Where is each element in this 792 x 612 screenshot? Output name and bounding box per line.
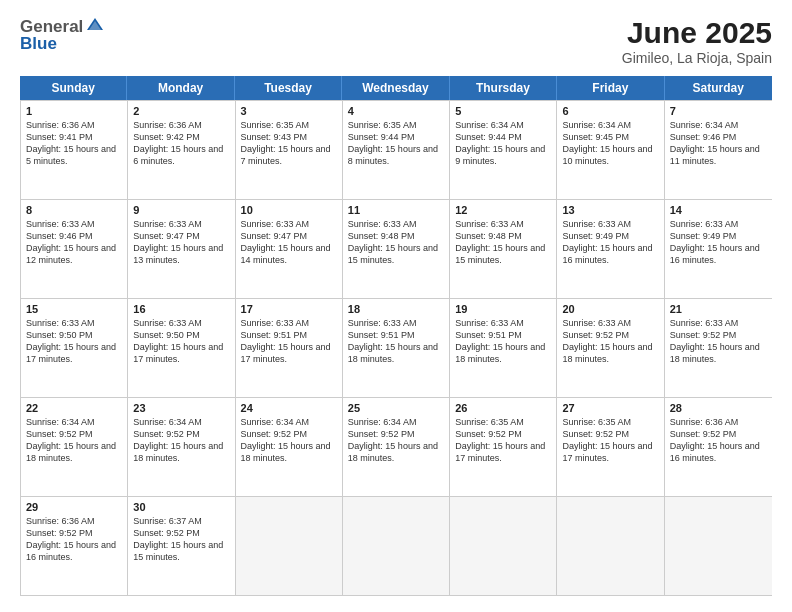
logo-icon xyxy=(85,16,105,36)
calendar-cell xyxy=(557,497,664,595)
day-info: Sunrise: 6:35 AM Sunset: 9:52 PM Dayligh… xyxy=(562,416,658,465)
day-number: 28 xyxy=(670,402,767,414)
weekday-header: Friday xyxy=(557,76,664,100)
day-number: 6 xyxy=(562,105,658,117)
day-number: 15 xyxy=(26,303,122,315)
day-info: Sunrise: 6:35 AM Sunset: 9:44 PM Dayligh… xyxy=(348,119,444,168)
day-number: 17 xyxy=(241,303,337,315)
calendar-cell: 1Sunrise: 6:36 AM Sunset: 9:41 PM Daylig… xyxy=(21,101,128,199)
calendar-cell: 15Sunrise: 6:33 AM Sunset: 9:50 PM Dayli… xyxy=(21,299,128,397)
day-info: Sunrise: 6:34 AM Sunset: 9:44 PM Dayligh… xyxy=(455,119,551,168)
day-number: 20 xyxy=(562,303,658,315)
calendar-cell: 19Sunrise: 6:33 AM Sunset: 9:51 PM Dayli… xyxy=(450,299,557,397)
day-number: 21 xyxy=(670,303,767,315)
day-number: 8 xyxy=(26,204,122,216)
weekday-header: Tuesday xyxy=(235,76,342,100)
day-info: Sunrise: 6:33 AM Sunset: 9:50 PM Dayligh… xyxy=(26,317,122,366)
calendar-cell: 17Sunrise: 6:33 AM Sunset: 9:51 PM Dayli… xyxy=(236,299,343,397)
day-info: Sunrise: 6:35 AM Sunset: 9:43 PM Dayligh… xyxy=(241,119,337,168)
location-title: Gimileo, La Rioja, Spain xyxy=(622,50,772,66)
calendar-cell: 4Sunrise: 6:35 AM Sunset: 9:44 PM Daylig… xyxy=(343,101,450,199)
calendar-cell: 8Sunrise: 6:33 AM Sunset: 9:46 PM Daylig… xyxy=(21,200,128,298)
calendar-body: 1Sunrise: 6:36 AM Sunset: 9:41 PM Daylig… xyxy=(20,100,772,596)
calendar-cell: 22Sunrise: 6:34 AM Sunset: 9:52 PM Dayli… xyxy=(21,398,128,496)
calendar-cell: 6Sunrise: 6:34 AM Sunset: 9:45 PM Daylig… xyxy=(557,101,664,199)
day-info: Sunrise: 6:33 AM Sunset: 9:48 PM Dayligh… xyxy=(455,218,551,267)
day-number: 16 xyxy=(133,303,229,315)
calendar-cell: 9Sunrise: 6:33 AM Sunset: 9:47 PM Daylig… xyxy=(128,200,235,298)
calendar-cell: 12Sunrise: 6:33 AM Sunset: 9:48 PM Dayli… xyxy=(450,200,557,298)
day-number: 12 xyxy=(455,204,551,216)
calendar-week: 15Sunrise: 6:33 AM Sunset: 9:50 PM Dayli… xyxy=(21,298,772,397)
day-number: 29 xyxy=(26,501,122,513)
day-info: Sunrise: 6:37 AM Sunset: 9:52 PM Dayligh… xyxy=(133,515,229,564)
day-info: Sunrise: 6:36 AM Sunset: 9:41 PM Dayligh… xyxy=(26,119,122,168)
page: General Blue June 2025 Gimileo, La Rioja… xyxy=(0,0,792,612)
calendar-cell xyxy=(236,497,343,595)
title-block: June 2025 Gimileo, La Rioja, Spain xyxy=(622,16,772,66)
calendar-cell: 11Sunrise: 6:33 AM Sunset: 9:48 PM Dayli… xyxy=(343,200,450,298)
month-title: June 2025 xyxy=(622,16,772,50)
day-info: Sunrise: 6:35 AM Sunset: 9:52 PM Dayligh… xyxy=(455,416,551,465)
day-info: Sunrise: 6:33 AM Sunset: 9:47 PM Dayligh… xyxy=(133,218,229,267)
calendar-cell: 7Sunrise: 6:34 AM Sunset: 9:46 PM Daylig… xyxy=(665,101,772,199)
day-info: Sunrise: 6:33 AM Sunset: 9:51 PM Dayligh… xyxy=(348,317,444,366)
calendar-cell: 16Sunrise: 6:33 AM Sunset: 9:50 PM Dayli… xyxy=(128,299,235,397)
calendar-week: 29Sunrise: 6:36 AM Sunset: 9:52 PM Dayli… xyxy=(21,496,772,595)
calendar-cell: 10Sunrise: 6:33 AM Sunset: 9:47 PM Dayli… xyxy=(236,200,343,298)
day-number: 13 xyxy=(562,204,658,216)
calendar-cell: 5Sunrise: 6:34 AM Sunset: 9:44 PM Daylig… xyxy=(450,101,557,199)
calendar-cell xyxy=(665,497,772,595)
day-info: Sunrise: 6:33 AM Sunset: 9:52 PM Dayligh… xyxy=(562,317,658,366)
day-number: 7 xyxy=(670,105,767,117)
calendar-cell: 23Sunrise: 6:34 AM Sunset: 9:52 PM Dayli… xyxy=(128,398,235,496)
calendar-cell: 3Sunrise: 6:35 AM Sunset: 9:43 PM Daylig… xyxy=(236,101,343,199)
day-info: Sunrise: 6:34 AM Sunset: 9:52 PM Dayligh… xyxy=(348,416,444,465)
day-info: Sunrise: 6:34 AM Sunset: 9:52 PM Dayligh… xyxy=(241,416,337,465)
day-number: 14 xyxy=(670,204,767,216)
day-number: 11 xyxy=(348,204,444,216)
day-info: Sunrise: 6:34 AM Sunset: 9:52 PM Dayligh… xyxy=(133,416,229,465)
day-info: Sunrise: 6:34 AM Sunset: 9:45 PM Dayligh… xyxy=(562,119,658,168)
day-number: 19 xyxy=(455,303,551,315)
calendar-cell: 14Sunrise: 6:33 AM Sunset: 9:49 PM Dayli… xyxy=(665,200,772,298)
calendar-week: 22Sunrise: 6:34 AM Sunset: 9:52 PM Dayli… xyxy=(21,397,772,496)
day-number: 25 xyxy=(348,402,444,414)
calendar-cell: 30Sunrise: 6:37 AM Sunset: 9:52 PM Dayli… xyxy=(128,497,235,595)
calendar-header: SundayMondayTuesdayWednesdayThursdayFrid… xyxy=(20,76,772,100)
day-info: Sunrise: 6:33 AM Sunset: 9:51 PM Dayligh… xyxy=(241,317,337,366)
calendar-cell: 24Sunrise: 6:34 AM Sunset: 9:52 PM Dayli… xyxy=(236,398,343,496)
day-info: Sunrise: 6:36 AM Sunset: 9:52 PM Dayligh… xyxy=(26,515,122,564)
day-number: 10 xyxy=(241,204,337,216)
day-info: Sunrise: 6:33 AM Sunset: 9:48 PM Dayligh… xyxy=(348,218,444,267)
weekday-header: Wednesday xyxy=(342,76,449,100)
day-number: 23 xyxy=(133,402,229,414)
day-info: Sunrise: 6:33 AM Sunset: 9:46 PM Dayligh… xyxy=(26,218,122,267)
calendar-cell: 20Sunrise: 6:33 AM Sunset: 9:52 PM Dayli… xyxy=(557,299,664,397)
weekday-header: Monday xyxy=(127,76,234,100)
day-info: Sunrise: 6:33 AM Sunset: 9:49 PM Dayligh… xyxy=(670,218,767,267)
calendar-cell: 27Sunrise: 6:35 AM Sunset: 9:52 PM Dayli… xyxy=(557,398,664,496)
calendar-cell xyxy=(450,497,557,595)
calendar-cell: 2Sunrise: 6:36 AM Sunset: 9:42 PM Daylig… xyxy=(128,101,235,199)
day-number: 1 xyxy=(26,105,122,117)
weekday-header: Sunday xyxy=(20,76,127,100)
calendar-cell: 13Sunrise: 6:33 AM Sunset: 9:49 PM Dayli… xyxy=(557,200,664,298)
calendar-cell: 18Sunrise: 6:33 AM Sunset: 9:51 PM Dayli… xyxy=(343,299,450,397)
day-number: 18 xyxy=(348,303,444,315)
calendar: SundayMondayTuesdayWednesdayThursdayFrid… xyxy=(20,76,772,596)
calendar-week: 8Sunrise: 6:33 AM Sunset: 9:46 PM Daylig… xyxy=(21,199,772,298)
day-number: 24 xyxy=(241,402,337,414)
day-info: Sunrise: 6:33 AM Sunset: 9:51 PM Dayligh… xyxy=(455,317,551,366)
calendar-cell: 29Sunrise: 6:36 AM Sunset: 9:52 PM Dayli… xyxy=(21,497,128,595)
calendar-cell: 21Sunrise: 6:33 AM Sunset: 9:52 PM Dayli… xyxy=(665,299,772,397)
day-info: Sunrise: 6:36 AM Sunset: 9:42 PM Dayligh… xyxy=(133,119,229,168)
day-info: Sunrise: 6:33 AM Sunset: 9:52 PM Dayligh… xyxy=(670,317,767,366)
day-number: 26 xyxy=(455,402,551,414)
day-number: 9 xyxy=(133,204,229,216)
calendar-week: 1Sunrise: 6:36 AM Sunset: 9:41 PM Daylig… xyxy=(21,100,772,199)
day-number: 27 xyxy=(562,402,658,414)
weekday-header: Thursday xyxy=(450,76,557,100)
day-info: Sunrise: 6:33 AM Sunset: 9:47 PM Dayligh… xyxy=(241,218,337,267)
day-info: Sunrise: 6:34 AM Sunset: 9:46 PM Dayligh… xyxy=(670,119,767,168)
